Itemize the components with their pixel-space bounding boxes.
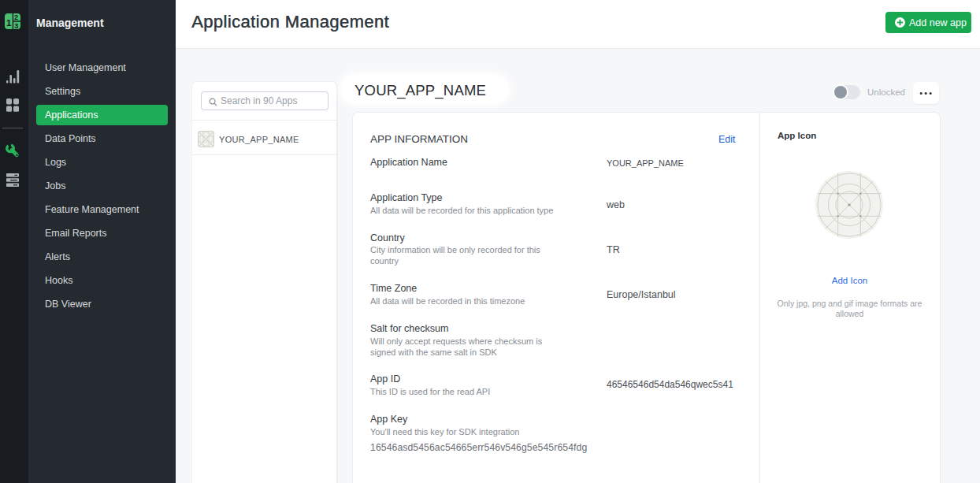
svg-text:2: 2 (14, 13, 18, 21)
svg-text:3: 3 (14, 22, 18, 29)
svg-text:1: 1 (6, 18, 12, 28)
